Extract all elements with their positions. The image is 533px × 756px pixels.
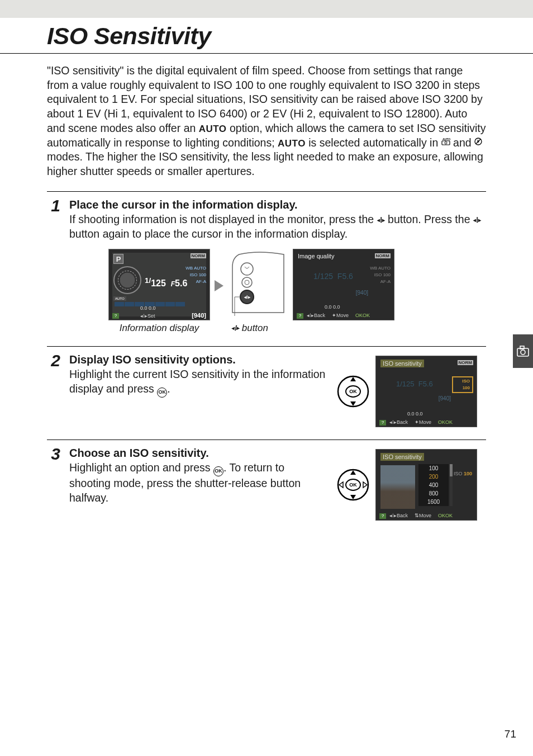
- svg-point-2: [445, 141, 447, 144]
- step-1-text-a: If shooting information is not displayed…: [69, 213, 377, 225]
- shutter-value: 1/125: [313, 272, 333, 281]
- ok-hint: OKOK: [438, 419, 453, 425]
- step-1-text-b: button. Press the: [385, 213, 473, 225]
- svg-marker-15: [350, 377, 356, 381]
- help-indicator: ?: [112, 313, 119, 319]
- quality-norm: NORM: [375, 253, 391, 258]
- comp-readout: 0.0 0.0: [407, 411, 423, 417]
- step-3-rule: [47, 440, 486, 440]
- exposure-dial-graphic: [113, 266, 141, 294]
- iso-option: 1600: [418, 498, 449, 506]
- shutter-value: 125: [151, 279, 166, 289]
- frame-count: [940]: [439, 395, 451, 401]
- shutter-prefix: 1/: [145, 276, 151, 285]
- information-display-screenshot: P AUTO 1/125 F5.6 NORM WB AUTO ISO 100 A…: [108, 249, 210, 320]
- section-tab: [513, 334, 533, 368]
- menu-title: Image quality: [298, 253, 334, 259]
- right-column: NORM WB AUTO ISO 100 AF-A: [369, 253, 391, 285]
- svg-marker-16: [350, 401, 356, 406]
- svg-text:OK: OK: [349, 389, 357, 394]
- page-number: 71: [505, 728, 516, 740]
- svg-text:AUTO: AUTO: [442, 138, 450, 141]
- auto-pill: AUTO: [113, 296, 126, 301]
- svg-marker-21: [350, 495, 356, 499]
- step-1-text: If shooting information is not displayed…: [69, 212, 486, 241]
- footer-hints: ◂⁞▸Back ⇅Move OKOK: [389, 513, 473, 518]
- quality-norm: NORM: [191, 253, 206, 258]
- right-column: NORM WB AUTO ISO 100 AF-A: [185, 253, 206, 285]
- step-3-number: 3: [47, 443, 60, 521]
- intro-text-3: is selected automatically in: [306, 136, 441, 149]
- caption-information-display: Information display: [108, 323, 210, 334]
- iso-highlight-screenshot: ISO sensitivity NORM ISO 100 1/125 F5.6 …: [375, 356, 477, 427]
- exposure-readout: 1/125 F5.6: [396, 380, 433, 388]
- step-1-rule: [47, 191, 486, 192]
- af-value: AF-A: [369, 278, 391, 285]
- info-button-icon: ⁞: [377, 215, 385, 225]
- exposure-readout: 1/125 F5.6: [145, 276, 187, 289]
- footer-hints: ◂⁞▸Back ✦Move OKOK: [389, 419, 473, 425]
- right-column: NORM ISO 100: [452, 360, 473, 393]
- arrow-right-icon: [215, 280, 223, 291]
- svg-rect-24: [517, 348, 529, 356]
- image-quality-menu-screenshot: Image quality 1/125 F5.6 NORM WB AUTO IS…: [293, 249, 394, 320]
- back-hint: ◂⁞▸Back: [307, 313, 325, 318]
- step-2-text-a: Highlight the current ISO sensitivity in…: [69, 368, 325, 395]
- step-2-rule: [47, 346, 486, 347]
- step-3-body: OK ISO sensitivity 100 200 400 800 1600: [69, 443, 477, 521]
- frame-count: [940]: [356, 290, 368, 296]
- step-2: 2 OK ISO sensitivity NORM ISO 100: [47, 350, 486, 427]
- multi-selector-press-icon: OK: [336, 375, 370, 408]
- svg-point-7: [245, 280, 249, 285]
- camera-back-diagram: ◂⁞▸: [228, 250, 288, 317]
- iso-option-list: 100 200 400 800 1600: [418, 464, 449, 506]
- step-1-title: Place the cursor in the information disp…: [69, 199, 486, 211]
- svg-rect-25: [520, 346, 524, 349]
- move-hint: ✦Move: [415, 419, 431, 425]
- help-indicator: ?: [297, 313, 303, 319]
- quality-norm: NORM: [458, 360, 473, 365]
- svg-marker-23: [363, 482, 367, 488]
- comp-readout: 0.0 0.0: [325, 304, 340, 310]
- multi-selector-all-icon: OK: [336, 468, 370, 502]
- frame-count: [940]: [192, 312, 206, 319]
- svg-point-6: [242, 277, 252, 287]
- step-1-captions: Information display ⁞ button: [108, 323, 486, 334]
- exposure-readout: 1/125 F5.6: [313, 272, 353, 281]
- step-1-text-c: button again to place the cursor in the …: [69, 228, 348, 240]
- wb-value: WB AUTO: [369, 265, 391, 272]
- set-label: ◂⁞▸Set: [140, 313, 155, 319]
- title-rule: [0, 53, 533, 54]
- scrollbar: [450, 464, 453, 506]
- iso-list-screenshot: ISO sensitivity 100 200 400 800 1600 ISO…: [375, 449, 477, 521]
- svg-text:◂⁞▸: ◂⁞▸: [244, 295, 251, 300]
- page-top-band: [0, 0, 533, 18]
- mode-badge: P: [113, 254, 123, 264]
- auto-mode-icon: AUTO: [441, 138, 450, 148]
- info-button-icon: ⁞: [473, 215, 481, 225]
- f-prefix: F: [171, 281, 175, 289]
- info-button-icon: ⁞: [231, 324, 239, 332]
- help-indicator: ?: [379, 420, 386, 426]
- svg-point-5: [241, 263, 253, 275]
- step-3: 3 OK ISO sensitivity 100 200: [47, 443, 486, 521]
- ok-button-icon: OK: [157, 388, 167, 398]
- help-indicator: ?: [379, 513, 386, 519]
- preview-thumbnail: [380, 465, 415, 509]
- svg-marker-20: [350, 470, 356, 475]
- step-2-figures: OK ISO sensitivity NORM ISO 100 1/125 F5…: [336, 356, 477, 427]
- step-1-body: Place the cursor in the information disp…: [69, 195, 486, 241]
- step-1: 1 Place the cursor in the information di…: [47, 195, 486, 241]
- menu-title: ISO sensitivity: [380, 453, 424, 461]
- step-1-figures: P AUTO 1/125 F5.6 NORM WB AUTO ISO 100 A…: [108, 249, 486, 320]
- step-2-body: OK ISO sensitivity NORM ISO 100 1/125 F5…: [69, 350, 477, 427]
- page-title: ISO Sensitivity: [47, 22, 486, 50]
- back-hint: ◂⁞▸Back: [389, 419, 408, 425]
- svg-text:OK: OK: [349, 482, 357, 488]
- page-content: ISO Sensitivity "ISO sensitivity" is the…: [0, 18, 533, 521]
- camera-tab-icon: [517, 346, 529, 357]
- iso-label: ISO: [374, 272, 382, 277]
- intro-text-4: and: [450, 136, 474, 149]
- svg-marker-22: [339, 482, 343, 488]
- svg-point-26: [521, 350, 525, 355]
